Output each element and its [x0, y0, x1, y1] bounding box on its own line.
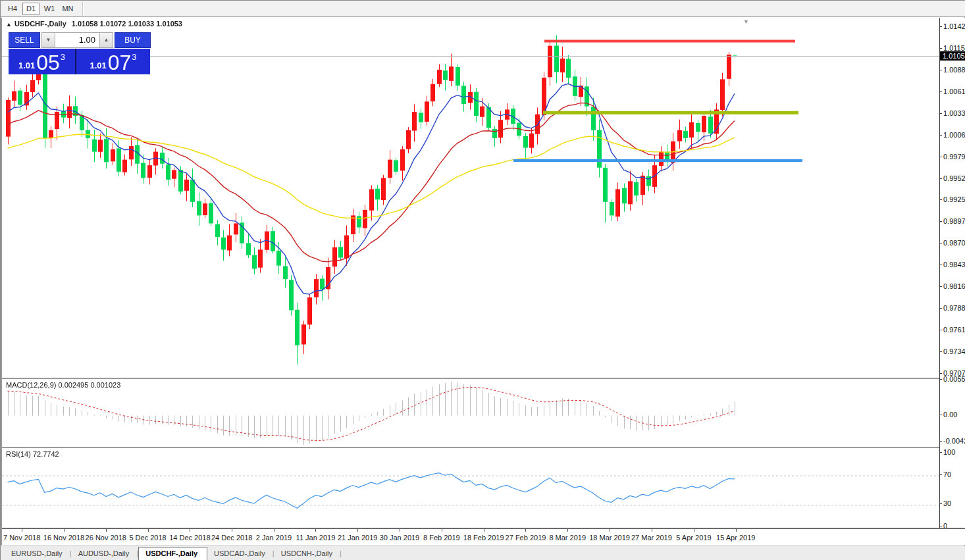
- price-axis-label: 0.99790: [943, 153, 965, 161]
- time-axis-label: 8 Feb 2019: [423, 534, 460, 542]
- price-axis-label: 0.99520: [943, 174, 965, 182]
- time-axis-label: 5 Dec 2018: [129, 534, 166, 542]
- rsi-axis-label: 70: [943, 471, 951, 478]
- toolbar-separator: [82, 2, 84, 16]
- price-axis-label: 0.98705: [943, 239, 965, 247]
- sell-price-pipette: 3: [61, 52, 65, 62]
- spin-down-icon: ▼: [46, 37, 51, 43]
- price-axis-label: 0.97615: [943, 326, 965, 334]
- time-axis-label: 2 Jan 2019: [256, 534, 292, 542]
- chart-title: ▲USDCHF-,Daily1.01058 1.01072 1.01033 1.…: [6, 20, 182, 28]
- time-axis-label: 21 Jan 2019: [338, 534, 378, 542]
- price-axis-label: 0.97340: [943, 347, 965, 355]
- volume-decrease-button[interactable]: ▼: [41, 32, 55, 48]
- macd-axis-label: 0.005571: [943, 375, 965, 383]
- buy-price-box[interactable]: 1.01 07 3: [76, 49, 150, 74]
- macd-label: MACD(12,26,9) 0.002495 0.001023: [6, 381, 120, 389]
- price-axis-label: 0.97885: [943, 304, 965, 312]
- chart-symbol-label: USDCHF-,Daily: [14, 20, 66, 28]
- rsi-indicator-pane: RSI(14) 72.7742: [2, 447, 939, 527]
- time-axis-label: 16 Nov 2018: [43, 534, 84, 542]
- chart-tab-bar: EURUSD-,DailyAUDUSD-,DailyUSDCHF-,DailyU…: [1, 546, 965, 560]
- price-axis[interactable]: 1.01053 1.014251.011551.008801.006101.00…: [939, 18, 965, 528]
- current-price-tag: 1.01053: [940, 51, 965, 61]
- timeframe-toolbar: H4D1W1MN: [1, 1, 965, 17]
- time-axis-label: 7 Nov 2018: [3, 534, 40, 542]
- macd-canvas[interactable]: [2, 379, 939, 446]
- volume-spinner: ▼ 1.00 ▲: [41, 32, 113, 48]
- price-chart-pane: ▲USDCHF-,Daily1.01058 1.01072 1.01033 1.…: [2, 18, 939, 377]
- time-axis-label: 11 Jan 2019: [296, 534, 336, 542]
- tab-usdcad-daily[interactable]: USDCAD-,Daily: [207, 547, 274, 560]
- time-axis-label: 14 Dec 2018: [169, 534, 210, 542]
- tab-usdchf-daily[interactable]: USDCHF-,Daily: [138, 547, 207, 560]
- time-axis-label: 5 Apr 2019: [676, 534, 711, 542]
- price-axis-label: 1.00335: [943, 109, 965, 117]
- collapse-panel-arrow-icon[interactable]: ▲: [6, 21, 12, 28]
- time-axis[interactable]: 7 Nov 201816 Nov 201826 Nov 20185 Dec 20…: [2, 528, 965, 545]
- time-axis-label: 24 Dec 2018: [211, 534, 252, 542]
- time-axis-label: 26 Nov 2018: [86, 534, 126, 542]
- buy-price-prefix: 1.01: [90, 61, 106, 70]
- trading-terminal-window: H4D1W1MN ▲USDCHF-,Daily1.01058 1.01072 1…: [0, 0, 965, 560]
- price-axis-label: 1.01425: [943, 22, 965, 30]
- macd-axis-label: 0.00: [943, 411, 957, 419]
- rsi-canvas[interactable]: [2, 448, 939, 527]
- tab-usdcnh-daily[interactable]: USDCNH-,Daily: [274, 547, 342, 560]
- price-axis-label: 1.00065: [943, 131, 965, 139]
- time-axis-label: 27 Feb 2019: [506, 534, 546, 542]
- price-axis-label: 1.01155: [943, 44, 965, 52]
- time-axis-label: 8 Mar 2019: [549, 534, 586, 542]
- chart-ohlc-values: 1.01058 1.01072 1.01033 1.01053: [72, 20, 182, 28]
- time-axis-label: 18 Mar 2019: [589, 534, 630, 542]
- price-axis-label: 0.98975: [943, 217, 965, 225]
- time-axis-label: 27 Mar 2019: [631, 534, 672, 542]
- chart-window: ▲USDCHF-,Daily1.01058 1.01072 1.01033 1.…: [1, 18, 965, 545]
- price-axis-label: 1.00880: [943, 66, 965, 74]
- sell-price-big: 05: [36, 53, 60, 72]
- macd-axis-label: -0.004224: [943, 437, 965, 445]
- time-axis-label: 18 Feb 2019: [463, 534, 504, 542]
- price-axis-label: 0.98160: [943, 282, 965, 290]
- rsi-axis-label: 30: [943, 499, 951, 507]
- time-axis-label: 15 Apr 2019: [716, 534, 755, 542]
- timeframe-button-w1[interactable]: W1: [41, 3, 58, 15]
- one-click-trading-panel: SELL ▼ 1.00 ▲ BUY 1.01 05 3 1.01: [9, 32, 151, 74]
- tab-audusd-daily[interactable]: AUDUSD-,Daily: [72, 547, 139, 560]
- buy-price-pipette: 3: [132, 52, 136, 62]
- price-axis-label: 0.99250: [943, 195, 965, 203]
- price-axis-label: 1.00610: [943, 88, 965, 95]
- rsi-axis-label: 100: [943, 448, 955, 456]
- chart-shift-marker-icon[interactable]: ▼: [743, 18, 749, 25]
- volume-input[interactable]: 1.00: [55, 32, 99, 48]
- timeframe-button-h4[interactable]: H4: [4, 3, 21, 15]
- spin-up-icon: ▲: [104, 37, 109, 43]
- timeframe-button-d1[interactable]: D1: [22, 3, 39, 15]
- buy-button[interactable]: BUY: [115, 32, 151, 48]
- macd-indicator-pane: MACD(12,26,9) 0.002495 0.001023: [2, 378, 939, 446]
- tab-eurusd-daily[interactable]: EURUSD-,Daily: [5, 547, 72, 560]
- time-axis-label: 30 Jan 2019: [380, 534, 420, 542]
- price-axis-label: 0.98430: [943, 261, 965, 268]
- rsi-label: RSI(14) 72.7742: [6, 450, 59, 458]
- sell-price-prefix: 1.01: [18, 61, 35, 70]
- sell-price-box[interactable]: 1.01 05 3: [9, 49, 76, 74]
- volume-increase-button[interactable]: ▲: [99, 32, 113, 48]
- timeframe-button-mn[interactable]: MN: [59, 3, 76, 15]
- sell-button[interactable]: SELL: [9, 32, 40, 48]
- buy-price-big: 07: [108, 53, 132, 72]
